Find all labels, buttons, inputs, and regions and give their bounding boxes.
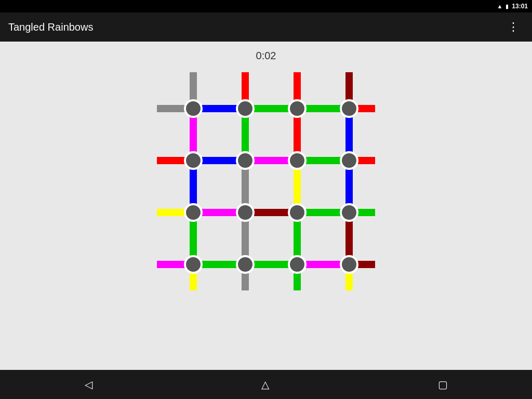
nav-bar: ◁ △ ▢ (0, 370, 532, 399)
svg-point-55 (341, 256, 357, 273)
svg-point-41 (237, 100, 254, 117)
home-button[interactable]: △ (249, 374, 282, 395)
svg-point-40 (185, 100, 202, 117)
svg-point-51 (341, 204, 357, 221)
svg-point-44 (185, 152, 202, 169)
svg-point-47 (341, 152, 357, 169)
app-bar: Tangled Rainbows ⋮ (0, 12, 532, 42)
menu-button[interactable]: ⋮ (503, 18, 524, 36)
svg-point-53 (237, 256, 254, 273)
battery-icon: ▮ (506, 3, 509, 10)
main-content: 0:02 (0, 42, 532, 370)
wifi-icon: ▲ (497, 3, 502, 9)
svg-point-45 (237, 152, 254, 169)
svg-point-46 (289, 152, 305, 169)
back-button[interactable]: ◁ (72, 374, 105, 395)
svg-point-42 (289, 100, 305, 117)
status-time: 13:01 (512, 3, 528, 10)
svg-point-52 (185, 256, 202, 273)
svg-point-50 (289, 204, 305, 221)
app-title: Tangled Rainbows (8, 21, 93, 33)
svg-point-43 (341, 100, 357, 117)
recents-button[interactable]: ▢ (425, 374, 460, 395)
status-bar: ▲ ▮ 13:01 (0, 0, 532, 12)
game-board[interactable] (157, 72, 375, 290)
svg-point-54 (289, 256, 305, 273)
timer: 0:02 (256, 50, 276, 62)
svg-point-48 (185, 204, 202, 221)
svg-point-49 (237, 204, 254, 221)
